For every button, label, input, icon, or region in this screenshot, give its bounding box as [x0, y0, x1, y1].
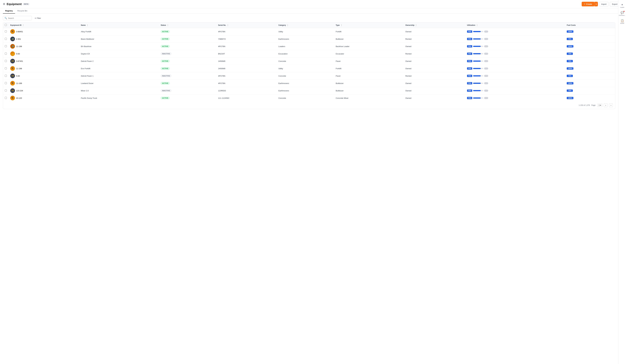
status-badge: INACTIVE [161, 89, 171, 92]
row-checkbox[interactable] [5, 97, 7, 99]
utilization-toggle[interactable] [484, 31, 488, 33]
row-fuel-cost: 75% [565, 72, 615, 80]
utilization-label: 75% [467, 45, 472, 47]
row-checkbox[interactable] [5, 82, 7, 84]
row-checkbox[interactable] [5, 67, 7, 69]
page-prev-button[interactable]: ‹ [604, 103, 608, 107]
row-fuel-cost: 100% [565, 65, 615, 72]
row-category: Loaders [277, 43, 334, 50]
toolbar: 🔍 ≡ Filter [3, 16, 615, 20]
row-status: INACTIVE [159, 87, 216, 94]
conversations-icon: 💬 [621, 11, 624, 14]
status-badge: ACTIVE [161, 82, 170, 85]
sidebar-kickoff[interactable]: 📋 Kickoff [619, 18, 626, 25]
col-category-menu[interactable]: ⋮ [287, 24, 289, 26]
utilization-toggle[interactable] [484, 90, 488, 92]
import-button[interactable]: Import [599, 2, 609, 6]
sidebar-conversations[interactable]: 💬 Conversa... [619, 10, 626, 17]
row-ownership: Owned [404, 87, 465, 94]
row-checkbox[interactable] [5, 45, 7, 47]
filter-button[interactable]: ≡ Filter [33, 16, 42, 20]
row-checkbox-cell[interactable] [3, 72, 8, 80]
utilization-bar [473, 38, 483, 39]
utilization-toggle[interactable] [484, 75, 488, 77]
avatar-icon: 🚧 [11, 60, 14, 62]
row-checkbox[interactable] [5, 89, 7, 92]
col-utilization-menu[interactable]: ⋮ [476, 24, 478, 26]
row-checkbox[interactable] [5, 60, 7, 62]
row-checkbox-cell[interactable] [3, 35, 8, 43]
tab-recycle-bin[interactable]: Recycle Bin [15, 8, 30, 14]
col-type-menu[interactable]: ⋮ [340, 24, 342, 26]
fuel-cost-badge: 75% [567, 89, 573, 92]
row-checkbox[interactable] [5, 53, 7, 55]
create-chevron-button[interactable]: ▾ [594, 2, 598, 6]
row-checkbox[interactable] [5, 38, 7, 40]
row-utilization: 75% [465, 80, 565, 87]
tab-registry[interactable]: Registry [3, 8, 15, 14]
row-checkbox-cell[interactable] [3, 65, 8, 72]
col-equipment-id-menu[interactable]: ⋮ [22, 24, 24, 26]
row-type: Paver [334, 58, 404, 65]
search-input[interactable] [8, 17, 30, 19]
row-checkbox-cell[interactable] [3, 50, 8, 58]
row-type: Bulldozer [334, 87, 404, 94]
search-box[interactable]: 🔍 [3, 16, 32, 20]
row-utilization: 75% [465, 35, 565, 43]
select-all-col[interactable] [3, 22, 8, 28]
kickoff-icon: 📋 [621, 19, 624, 22]
table-row: 🚧 3-87451 Detroit Paver 2 ACTIVE JI456M9… [3, 58, 615, 65]
row-type: Backhoe Loader [334, 43, 404, 50]
equipment-avatar: 🏗 [10, 66, 15, 71]
equipment-id-value: 5-83 [16, 53, 20, 55]
row-status: ACTIVE [159, 35, 216, 43]
col-status-menu[interactable]: ⋮ [167, 24, 169, 26]
utilization-toggle[interactable] [484, 68, 488, 70]
status-badge: ACTIVE [161, 97, 170, 99]
row-name: Lowland Dozer [79, 80, 159, 87]
col-ownership-label: Ownership [405, 24, 414, 26]
row-utilization: 75% [465, 65, 565, 72]
notification-dot [624, 11, 625, 12]
select-all-checkbox[interactable] [5, 24, 7, 26]
row-checkbox-cell[interactable] [3, 58, 8, 65]
avatar-icon: 🏗 [12, 30, 14, 33]
col-ownership-menu[interactable]: ⋮ [415, 24, 417, 26]
row-name: Alloy Forklift [79, 28, 159, 35]
table-row: 🏗 43-120 Pacific Dump Truck ACTIVE 111-1… [3, 94, 615, 102]
page-select-chevron: ▾ [600, 104, 601, 106]
sidebar-copilot[interactable]: ✦ Copilot [619, 2, 626, 9]
col-serial-label: Serial No. [218, 24, 226, 26]
page-next-button[interactable]: › [609, 103, 613, 107]
row-ownership: Owned [404, 94, 465, 102]
export-button[interactable]: Export [610, 2, 620, 6]
utilization-bar [473, 53, 483, 54]
row-checkbox-cell[interactable] [3, 80, 8, 87]
create-button[interactable]: + Create [582, 2, 594, 6]
utilization-bar [473, 68, 483, 69]
row-checkbox-cell[interactable] [3, 28, 8, 35]
row-utilization: 75% [465, 72, 565, 80]
utilization-toggle[interactable] [484, 60, 488, 62]
row-checkbox[interactable] [5, 30, 7, 33]
utilization-toggle[interactable] [484, 97, 488, 99]
row-checkbox-cell[interactable] [3, 94, 8, 102]
col-type-label: Type [336, 24, 340, 26]
row-checkbox[interactable] [5, 75, 7, 77]
row-category: Earthmovers [277, 87, 334, 94]
col-name-menu[interactable]: ⋮ [86, 24, 88, 26]
row-ownership: Rented [404, 72, 465, 80]
page-number-select[interactable]: 1 ▾ [597, 104, 602, 107]
utilization-toggle[interactable] [484, 38, 488, 40]
row-category: Concrete [277, 72, 334, 80]
avatar-icon: 🦺 [11, 53, 14, 55]
utilization-toggle[interactable] [484, 45, 488, 47]
col-serial-menu[interactable]: ⋮ [227, 24, 229, 26]
utilization-toggle[interactable] [484, 82, 488, 84]
row-checkbox-cell[interactable] [3, 87, 8, 94]
equipment-avatar: 🚧 [10, 88, 15, 93]
utilization-toggle[interactable] [484, 53, 488, 55]
equipment-avatar: 🦺 [10, 51, 15, 56]
row-checkbox-cell[interactable] [3, 43, 8, 50]
row-eq-id: 🦺 5-83 [8, 50, 79, 58]
